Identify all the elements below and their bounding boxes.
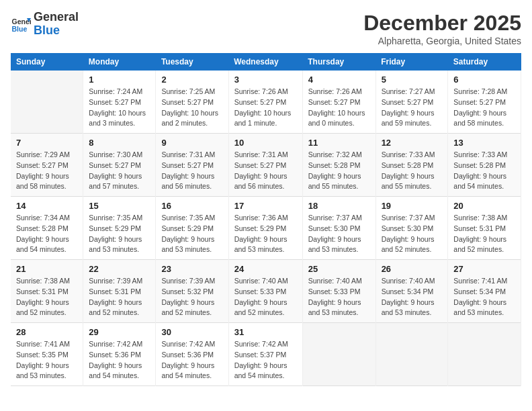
calendar-cell: 22Sunrise: 7:39 AMSunset: 5:31 PMDayligh… [83,260,156,323]
day-detail: Sunrise: 7:40 AMSunset: 5:33 PMDaylight:… [308,276,370,318]
calendar-cell: 5Sunrise: 7:27 AMSunset: 5:27 PMDaylight… [375,71,448,134]
day-detail: Sunrise: 7:41 AMSunset: 5:35 PMDaylight:… [16,339,77,381]
weekday-header: Thursday [302,53,375,71]
day-number: 13 [453,138,515,148]
calendar-cell: 29Sunrise: 7:42 AMSunset: 5:36 PMDayligh… [83,323,156,386]
weekday-header: Saturday [448,53,521,71]
calendar-cell [375,323,448,386]
calendar-cell: 6Sunrise: 7:28 AMSunset: 5:27 PMDaylight… [448,71,521,134]
day-number: 7 [16,138,77,148]
day-number: 19 [382,201,443,211]
calendar-cell: 28Sunrise: 7:41 AMSunset: 5:35 PMDayligh… [11,323,83,386]
day-number: 9 [161,138,222,148]
calendar-cell: 20Sunrise: 7:38 AMSunset: 5:31 PMDayligh… [448,197,521,260]
day-number: 5 [382,75,443,85]
page-header: General Blue General Blue December 2025 … [11,11,521,46]
location: Alpharetta, Georgia, United States [363,36,521,46]
svg-text:Blue: Blue [12,24,28,32]
day-detail: Sunrise: 7:25 AMSunset: 5:27 PMDaylight:… [161,87,222,129]
day-number: 30 [161,327,222,337]
day-detail: Sunrise: 7:28 AMSunset: 5:27 PMDaylight:… [453,87,515,129]
calendar-cell: 15Sunrise: 7:35 AMSunset: 5:29 PMDayligh… [83,197,156,260]
calendar-cell: 18Sunrise: 7:37 AMSunset: 5:30 PMDayligh… [302,197,375,260]
day-number: 24 [234,264,297,274]
day-number: 31 [234,327,297,337]
day-number: 10 [234,138,297,148]
day-detail: Sunrise: 7:41 AMSunset: 5:34 PMDaylight:… [453,276,515,318]
day-detail: Sunrise: 7:42 AMSunset: 5:36 PMDaylight:… [89,339,150,381]
day-number: 3 [234,75,297,85]
weekday-header: Wednesday [228,53,302,71]
calendar-cell: 8Sunrise: 7:30 AMSunset: 5:27 PMDaylight… [83,134,156,197]
day-number: 17 [234,201,297,211]
title-area: December 2025 Alpharetta, Georgia, Unite… [363,11,521,46]
calendar-week-row: 28Sunrise: 7:41 AMSunset: 5:35 PMDayligh… [11,323,521,386]
day-detail: Sunrise: 7:35 AMSunset: 5:29 PMDaylight:… [89,213,150,255]
day-number: 28 [16,327,77,337]
day-number: 15 [89,201,150,211]
calendar-cell: 17Sunrise: 7:36 AMSunset: 5:29 PMDayligh… [228,197,302,260]
calendar-cell: 1Sunrise: 7:24 AMSunset: 5:27 PMDaylight… [83,71,156,134]
calendar-cell [11,71,83,134]
day-detail: Sunrise: 7:39 AMSunset: 5:32 PMDaylight:… [161,276,222,318]
day-detail: Sunrise: 7:32 AMSunset: 5:28 PMDaylight:… [308,150,370,192]
day-number: 22 [89,264,150,274]
calendar-cell: 14Sunrise: 7:34 AMSunset: 5:28 PMDayligh… [11,197,83,260]
day-detail: Sunrise: 7:37 AMSunset: 5:30 PMDaylight:… [382,213,443,255]
day-detail: Sunrise: 7:26 AMSunset: 5:27 PMDaylight:… [308,87,370,129]
day-detail: Sunrise: 7:38 AMSunset: 5:31 PMDaylight:… [453,213,515,255]
calendar-cell: 21Sunrise: 7:38 AMSunset: 5:31 PMDayligh… [11,260,83,323]
day-number: 16 [161,201,222,211]
day-number: 18 [308,201,370,211]
day-detail: Sunrise: 7:33 AMSunset: 5:28 PMDaylight:… [453,150,515,192]
logo-icon: General Blue [11,14,31,34]
day-number: 6 [453,75,515,85]
calendar-cell: 9Sunrise: 7:31 AMSunset: 5:27 PMDaylight… [156,134,228,197]
day-detail: Sunrise: 7:31 AMSunset: 5:27 PMDaylight:… [234,150,297,192]
day-detail: Sunrise: 7:29 AMSunset: 5:27 PMDaylight:… [16,150,77,192]
day-detail: Sunrise: 7:26 AMSunset: 5:27 PMDaylight:… [234,87,297,129]
calendar-cell: 31Sunrise: 7:42 AMSunset: 5:37 PMDayligh… [228,323,302,386]
weekday-header-row: SundayMondayTuesdayWednesdayThursdayFrid… [11,53,521,71]
day-number: 4 [308,75,370,85]
weekday-header: Tuesday [156,53,228,71]
calendar-week-row: 21Sunrise: 7:38 AMSunset: 5:31 PMDayligh… [11,260,521,323]
weekday-header: Monday [83,53,156,71]
calendar-cell: 2Sunrise: 7:25 AMSunset: 5:27 PMDaylight… [156,71,228,134]
day-number: 1 [89,75,150,85]
day-detail: Sunrise: 7:40 AMSunset: 5:33 PMDaylight:… [234,276,297,318]
calendar-table: SundayMondayTuesdayWednesdayThursdayFrid… [11,53,521,386]
day-detail: Sunrise: 7:34 AMSunset: 5:28 PMDaylight:… [16,213,77,255]
logo-text: General Blue [34,11,79,38]
calendar-cell: 16Sunrise: 7:35 AMSunset: 5:29 PMDayligh… [156,197,228,260]
calendar-cell: 13Sunrise: 7:33 AMSunset: 5:28 PMDayligh… [448,134,521,197]
calendar-cell: 7Sunrise: 7:29 AMSunset: 5:27 PMDaylight… [11,134,83,197]
calendar-cell: 12Sunrise: 7:33 AMSunset: 5:28 PMDayligh… [375,134,448,197]
calendar-cell: 25Sunrise: 7:40 AMSunset: 5:33 PMDayligh… [302,260,375,323]
day-detail: Sunrise: 7:24 AMSunset: 5:27 PMDaylight:… [89,87,150,129]
calendar-week-row: 1Sunrise: 7:24 AMSunset: 5:27 PMDaylight… [11,71,521,134]
day-number: 11 [308,138,370,148]
calendar-cell: 24Sunrise: 7:40 AMSunset: 5:33 PMDayligh… [228,260,302,323]
calendar-cell: 11Sunrise: 7:32 AMSunset: 5:28 PMDayligh… [302,134,375,197]
day-number: 20 [453,201,515,211]
day-number: 8 [89,138,150,148]
calendar-cell: 10Sunrise: 7:31 AMSunset: 5:27 PMDayligh… [228,134,302,197]
logo: General Blue General Blue [11,11,79,38]
calendar-cell [302,323,375,386]
day-detail: Sunrise: 7:31 AMSunset: 5:27 PMDaylight:… [161,150,222,192]
calendar-cell: 27Sunrise: 7:41 AMSunset: 5:34 PMDayligh… [448,260,521,323]
calendar-cell: 19Sunrise: 7:37 AMSunset: 5:30 PMDayligh… [375,197,448,260]
calendar-cell: 30Sunrise: 7:42 AMSunset: 5:36 PMDayligh… [156,323,228,386]
calendar-cell [448,323,521,386]
day-number: 26 [382,264,443,274]
day-detail: Sunrise: 7:35 AMSunset: 5:29 PMDaylight:… [161,213,222,255]
day-number: 21 [16,264,77,274]
weekday-header: Sunday [11,53,83,71]
day-detail: Sunrise: 7:33 AMSunset: 5:28 PMDaylight:… [382,150,443,192]
day-number: 25 [308,264,370,274]
day-number: 12 [382,138,443,148]
day-detail: Sunrise: 7:38 AMSunset: 5:31 PMDaylight:… [16,276,77,318]
day-number: 27 [453,264,515,274]
calendar-cell: 3Sunrise: 7:26 AMSunset: 5:27 PMDaylight… [228,71,302,134]
